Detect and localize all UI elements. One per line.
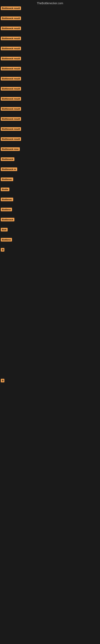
bottleneck-badge[interactable]: Bottleneck result bbox=[1, 16, 21, 20]
bottleneck-badge[interactable]: Bottleneck result bbox=[1, 87, 21, 90]
bottleneck-badge[interactable]: Bottlene bbox=[1, 238, 12, 242]
bottleneck-badge-late[interactable]: B bbox=[1, 379, 4, 382]
list-item: Bottleneck result bbox=[1, 67, 100, 71]
list-item: Bottleneck bbox=[1, 158, 100, 162]
list-item: Bottleneck result bbox=[1, 117, 100, 122]
list-item: Bottle bbox=[1, 188, 100, 192]
items-container: Bottleneck result Bottleneck result Bott… bbox=[0, 6, 100, 510]
bottleneck-badge[interactable]: Bottleneck result bbox=[1, 6, 21, 10]
list-item: Bottleneck result bbox=[1, 87, 100, 91]
bottleneck-badge[interactable]: Bottleneck result bbox=[1, 127, 21, 131]
bottleneck-badge[interactable]: Bottleneck re bbox=[1, 168, 17, 171]
bottleneck-badge[interactable]: Bottleneck result bbox=[1, 97, 21, 100]
list-item: Bottleneck resu bbox=[1, 147, 100, 152]
bottleneck-badge[interactable]: Bottleneck result bbox=[1, 77, 21, 80]
gap-spacer-2 bbox=[1, 282, 100, 306]
bottleneck-badge[interactable]: Bottlene bbox=[1, 208, 12, 211]
list-item: Bott bbox=[1, 228, 100, 232]
gap-spacer-8 bbox=[1, 437, 100, 461]
bottleneck-badge[interactable]: Bott bbox=[1, 228, 8, 232]
gap-spacer-3 bbox=[1, 306, 100, 330]
bottleneck-badge[interactable]: Bottleneck result bbox=[1, 57, 21, 60]
list-item: Bottleneck result bbox=[1, 97, 100, 102]
list-item: Bottleneck bbox=[1, 218, 100, 222]
bottleneck-badge[interactable]: Bottleneck result bbox=[1, 47, 21, 50]
gap-spacer-10 bbox=[1, 486, 100, 510]
bottleneck-badge[interactable]: Bottleneck bbox=[1, 218, 14, 222]
list-item: Bottleneck result bbox=[1, 57, 100, 61]
bottleneck-badge[interactable]: Bottleneck bbox=[1, 158, 14, 161]
gap-spacer-7 bbox=[1, 413, 100, 437]
list-item: Bottleneck re bbox=[1, 168, 100, 172]
bottleneck-badge[interactable]: Bottleneck result bbox=[1, 117, 21, 121]
gap-spacer-5 bbox=[1, 354, 100, 379]
list-item: Bottlene bbox=[1, 238, 100, 242]
bottleneck-badge[interactable]: Bottleneck result bbox=[1, 37, 21, 40]
list-item: Bottleneck result bbox=[1, 47, 100, 51]
bottleneck-badge[interactable]: B bbox=[1, 248, 4, 252]
gap-spacer-6 bbox=[1, 389, 100, 413]
list-item: Bottlene bbox=[1, 208, 100, 212]
list-item: B bbox=[1, 248, 100, 252]
list-item: Bottlenec bbox=[1, 178, 100, 182]
bottleneck-badge[interactable]: Bottleneck result bbox=[1, 137, 21, 141]
list-item: Bottleneck result bbox=[1, 107, 100, 112]
bottleneck-badge[interactable]: Bottleneck result bbox=[1, 107, 21, 111]
site-header: TheBottlenecker.com bbox=[0, 0, 100, 6]
gap-spacer bbox=[1, 258, 100, 282]
list-item: Bottleneck result bbox=[1, 26, 100, 31]
list-item: Bottleneck result bbox=[1, 37, 100, 41]
list-item: Bottleneck result bbox=[1, 6, 100, 11]
list-item: Bottlenec bbox=[1, 198, 100, 202]
bottleneck-badge[interactable]: Bottleneck result bbox=[1, 26, 21, 30]
bottleneck-badge[interactable]: Bottlenec bbox=[1, 178, 13, 181]
list-item: Bottleneck result bbox=[1, 137, 100, 142]
list-item: Bottleneck result bbox=[1, 16, 100, 21]
list-item: Bottleneck result bbox=[1, 77, 100, 81]
bottleneck-badge[interactable]: Bottlenec bbox=[1, 198, 13, 201]
bottleneck-badge[interactable]: Bottleneck result bbox=[1, 67, 21, 70]
gap-spacer-4 bbox=[1, 330, 100, 354]
bottleneck-badge[interactable]: Bottleneck resu bbox=[1, 147, 20, 151]
list-item: Bottleneck result bbox=[1, 127, 100, 132]
list-item-late: B bbox=[1, 379, 100, 383]
gap-spacer-9 bbox=[1, 461, 100, 486]
bottleneck-badge[interactable]: Bottle bbox=[1, 188, 9, 191]
